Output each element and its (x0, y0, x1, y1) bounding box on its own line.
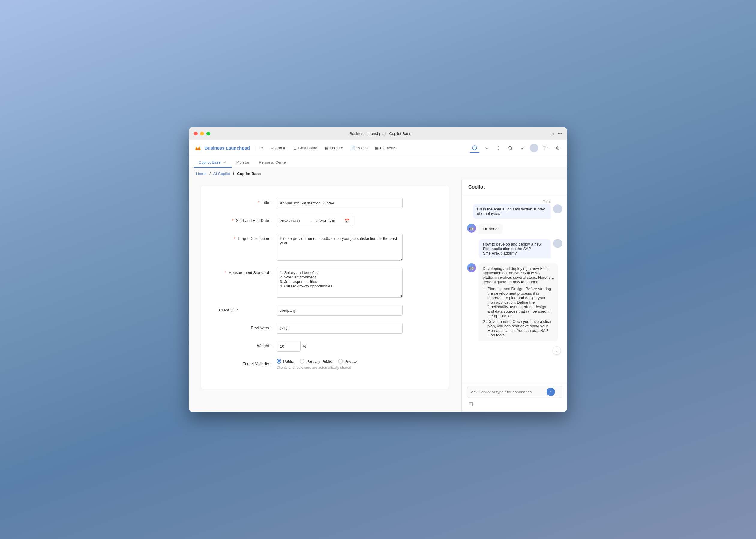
required-star: * (258, 200, 259, 205)
tab-close-icon[interactable]: ✕ (223, 160, 227, 165)
copilot-toolbar (467, 400, 562, 408)
radio-partially-public-circle (300, 359, 305, 364)
copilot-format-btn[interactable] (468, 400, 475, 408)
calendar-icon[interactable]: 📅 (345, 218, 350, 223)
svg-point-3 (557, 147, 558, 149)
dashboard-icon: ◻ (293, 146, 297, 150)
minimize-button[interactable] (200, 132, 204, 135)
nav-elements[interactable]: ▦ Elements (372, 144, 399, 152)
date-end-input[interactable] (315, 219, 342, 223)
form-card: * Title： * Start and End Date： → (201, 186, 449, 389)
settings-btn[interactable] (553, 143, 562, 153)
feature-icon: ▦ (325, 146, 328, 150)
tabs-bar: Copilot Base ✕ Monitor Personal Center (189, 156, 567, 168)
radio-partially-public[interactable]: Partially Public (300, 359, 332, 364)
user-msg-2-wrapper: How to develop and deploy a new Fiori ap… (479, 239, 562, 259)
tab-monitor[interactable]: Monitor (232, 158, 254, 168)
bc-sep-2: / (233, 172, 234, 176)
radio-public-circle (277, 359, 281, 364)
assistant-msg-1-bubble: Fill done! (479, 224, 503, 234)
more-nav-btn[interactable]: » (482, 143, 491, 153)
visibility-options: Public Partially Public Private Cl (277, 359, 357, 370)
traffic-lights (194, 132, 210, 135)
assistant-msg-2-list: Planning and Design: Before starting the… (483, 286, 554, 337)
more-icon[interactable]: ••• (558, 131, 562, 136)
tab-personal-center[interactable]: Personal Center (254, 158, 292, 168)
client-input[interactable] (277, 305, 403, 316)
client-row: Client ?： (219, 305, 431, 316)
nav-right: » ⋮ ⤢ Tᴿ (470, 143, 562, 153)
window-title: Business Launchpad - Copilot Base (210, 131, 550, 136)
reviewers-input[interactable] (277, 323, 403, 334)
copilot-avatar-2: 🤖 (467, 263, 476, 272)
title-label: * Title： (219, 197, 273, 205)
user-message-2: How to develop and deploy a new Fiori ap… (467, 239, 562, 259)
font-btn[interactable]: Tᴿ (541, 143, 550, 153)
visibility-label: Target Visibility： (219, 359, 273, 367)
fullscreen-btn[interactable]: ⤢ (518, 143, 527, 153)
date-start-input[interactable] (280, 219, 307, 223)
nav-back[interactable]: ‹‹ (257, 144, 266, 152)
measurement-textarea[interactable]: 1. Salary and benefits 2. Work environme… (277, 268, 403, 298)
user-avatar-2 (553, 239, 562, 248)
search-btn[interactable] (506, 143, 516, 153)
radio-private[interactable]: Private (338, 359, 357, 364)
weight-row: Weight： % (219, 341, 431, 351)
overflow-btn[interactable]: ⋮ (494, 143, 504, 153)
weight-input[interactable] (277, 341, 301, 351)
nav-pages[interactable]: 📄 Pages (347, 144, 371, 152)
breadcrumb-home[interactable]: Home (196, 172, 207, 176)
title-row: * Title： (219, 197, 431, 208)
user-msg-1-command: /form (473, 200, 551, 204)
copilot-send-btn[interactable]: ↑ (547, 388, 555, 396)
scroll-down-btn[interactable]: ↓ (553, 346, 561, 355)
titlebar-icons: ⊡ ••• (550, 131, 562, 136)
user-avatar[interactable] (530, 144, 538, 152)
date-range-picker[interactable]: → 📅 (277, 215, 353, 226)
radio-private-circle (338, 359, 343, 364)
date-arrow-icon: → (309, 219, 313, 223)
logo-area: Business Launchpad (194, 144, 250, 152)
nav-dashboard[interactable]: ◻ Dashboard (290, 144, 321, 152)
required-star-meas: * (225, 270, 226, 275)
visibility-radio-group: Public Partially Public Private (277, 359, 357, 364)
required-star-date: * (232, 218, 234, 223)
breadcrumb-ai-copilot[interactable]: AI Copilot (213, 172, 230, 176)
form-panel: * Title： * Start and End Date： → (189, 180, 461, 412)
copilot-messages: /form Fill in the annual job satisfactio… (462, 195, 567, 382)
list-item-2: Development: Once you have a clear plan,… (488, 319, 554, 337)
copilot-panel: Copilot /form Fill in the annual job sat… (462, 180, 567, 412)
breadcrumb: Home / AI Copilot / Copilot Base (189, 168, 567, 180)
breadcrumb-current: Copilot Base (237, 172, 261, 176)
titlebar: Business Launchpad - Copilot Base ⊡ ••• (189, 127, 567, 140)
admin-icon: ⚙ (270, 146, 274, 150)
copilot-nav-btn[interactable] (470, 143, 479, 153)
client-label: Client ?： (219, 305, 273, 313)
description-textarea[interactable]: Please provide honest feedback on your j… (277, 234, 403, 261)
description-label: * Target Description： (219, 234, 273, 241)
user-avatar-1 (553, 204, 562, 213)
title-input[interactable] (277, 197, 403, 208)
user-msg-1-bubble: Fill in the annual job satisfaction surv… (473, 204, 551, 219)
measurement-row: * Measurement Standard： 1. Salary and be… (219, 268, 431, 298)
radio-public[interactable]: Public (277, 359, 294, 364)
nav-admin[interactable]: ⚙ Admin (267, 144, 290, 152)
logo-icon (194, 144, 202, 152)
copilot-avatar-1: 🤖 (467, 224, 476, 233)
nav-feature[interactable]: ▦ Feature (322, 144, 346, 152)
close-button[interactable] (194, 132, 198, 135)
client-label-inner: Client ?： (219, 307, 273, 313)
reviewers-label: Reviewers： (219, 323, 273, 331)
client-help-icon[interactable]: ? (230, 308, 234, 312)
elements-icon: ▦ (375, 146, 379, 150)
tab-copilot-base[interactable]: Copilot Base ✕ (194, 158, 232, 168)
date-row: * Start and End Date： → 📅 (219, 215, 431, 226)
user-msg-1-wrapper: /form Fill in the annual job satisfactio… (473, 200, 562, 219)
svg-point-0 (472, 146, 477, 150)
nav-divider (255, 145, 255, 151)
cast-icon[interactable]: ⊡ (550, 131, 554, 136)
assistant-msg-2-bubble: Developing and deploying a new Fiori app… (479, 263, 558, 342)
maximize-button[interactable] (206, 132, 210, 135)
copilot-header: Copilot (462, 180, 567, 195)
pages-icon: 📄 (350, 146, 355, 150)
